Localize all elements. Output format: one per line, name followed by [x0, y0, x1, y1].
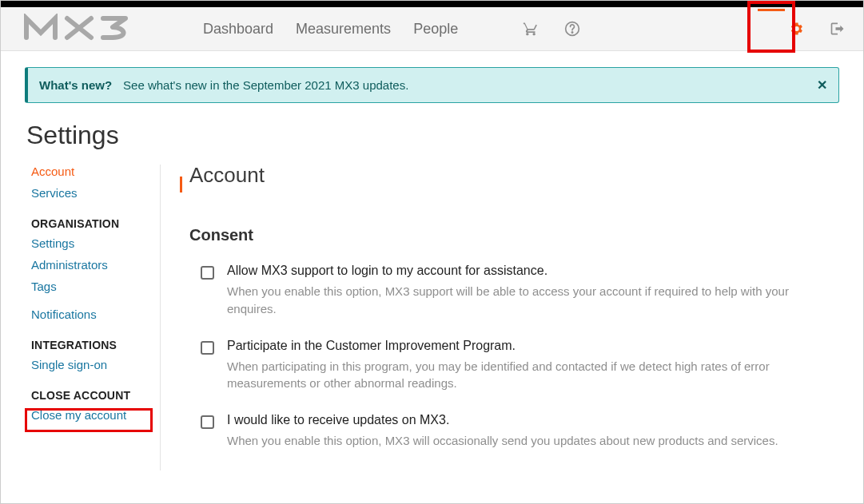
checkbox-support-login[interactable] — [201, 266, 214, 280]
checkbox-improvement-program[interactable] — [201, 341, 214, 355]
nav-links: Dashboard Measurements People — [203, 21, 458, 38]
sidebar-item-close-account[interactable]: Close my account — [31, 408, 160, 422]
whats-new-alert: What's new? See what's new in the Septem… — [25, 67, 839, 103]
alert-title: What's new? — [39, 78, 112, 92]
option-label: I would like to receive updates on MX3. — [227, 413, 831, 427]
header-bar: Dashboard Measurements People — [1, 7, 863, 51]
close-icon[interactable]: ✕ — [817, 77, 827, 93]
checkbox-updates[interactable] — [201, 415, 214, 429]
brand-logo — [23, 14, 159, 45]
sidebar-item-notifications[interactable]: Notifications — [31, 308, 160, 321]
help-icon[interactable] — [563, 19, 582, 38]
nav-dashboard[interactable]: Dashboard — [203, 21, 273, 38]
sidebar-item-sso[interactable]: Single sign-on — [31, 358, 160, 371]
logout-icon[interactable] — [828, 19, 847, 38]
sidebar-heading-close-account: CLOSE ACCOUNT — [31, 389, 160, 402]
sidebar-heading-integrations: INTEGRATIONS — [31, 339, 160, 351]
main-heading: Account — [189, 163, 831, 188]
consent-option-support-login: Allow MX3 support to login to my account… — [189, 264, 831, 318]
option-description: When you enable this option, MX3 will oc… — [227, 432, 831, 450]
sidebar-item-settings[interactable]: Settings — [31, 236, 160, 250]
alert-message: See what's new in the September 2021 MX3… — [123, 78, 408, 92]
main-panel: Account Consent Allow MX3 support to log… — [161, 165, 863, 470]
nav-people[interactable]: People — [413, 21, 458, 38]
option-label: Participate in the Customer Improvement … — [227, 339, 831, 353]
sidebar-item-administrators[interactable]: Administrators — [31, 258, 160, 272]
active-tab-marker — [180, 177, 182, 192]
sidebar-item-services[interactable]: Services — [31, 186, 160, 200]
consent-option-improvement-program: Participate in the Customer Improvement … — [189, 339, 831, 393]
sidebar-item-tags[interactable]: Tags — [31, 280, 160, 293]
gear-icon[interactable] — [786, 19, 806, 38]
page-title: Settings — [26, 121, 863, 150]
top-black-bar — [1, 1, 863, 7]
option-description: When you enable this option, MX3 support… — [227, 283, 831, 318]
sidebar-heading-organisation: ORGANISATION — [31, 217, 160, 230]
consent-option-updates: I would like to receive updates on MX3. … — [189, 413, 831, 450]
section-heading-consent: Consent — [189, 226, 831, 244]
option-label: Allow MX3 support to login to my account… — [227, 264, 831, 278]
sidebar-item-account[interactable]: Account — [31, 165, 160, 178]
option-description: When participating in this program, you … — [227, 358, 831, 393]
cart-icon[interactable] — [521, 19, 540, 38]
header-icons — [497, 19, 847, 38]
gear-active-underline — [758, 9, 785, 11]
nav-measurements[interactable]: Measurements — [296, 21, 391, 38]
content-area: Account Services ORGANISATION Settings A… — [1, 165, 863, 470]
svg-point-1 — [571, 32, 572, 33]
settings-sidebar: Account Services ORGANISATION Settings A… — [1, 165, 161, 470]
